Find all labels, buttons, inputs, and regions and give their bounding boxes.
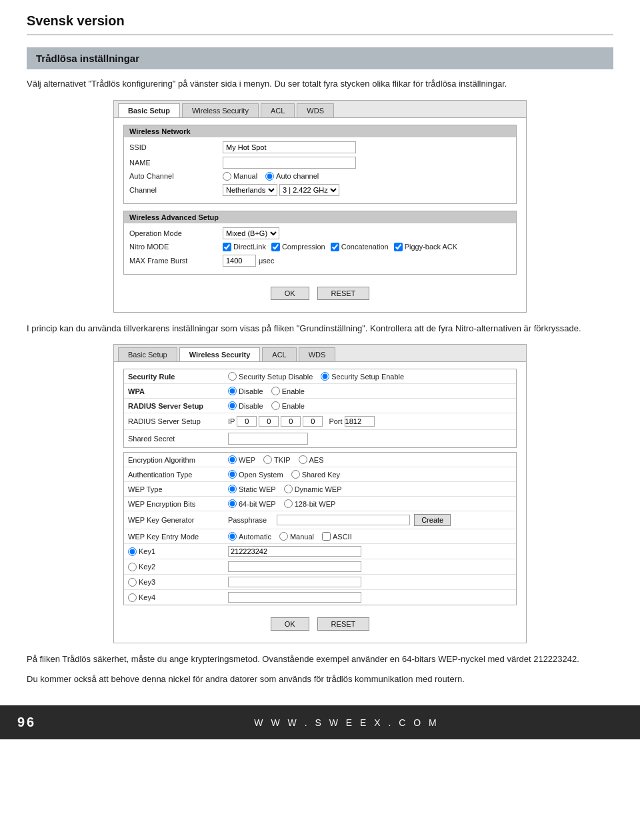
radius-enable-radio[interactable]: Enable — [271, 401, 305, 410]
automatic-radio[interactable]: Automatic — [228, 532, 271, 541]
auth-type-row: Authentication Type Open System Shared K… — [124, 467, 516, 482]
128bit-radio[interactable]: 128-bit WEP — [284, 499, 336, 508]
router2-ok-btn[interactable]: OK — [271, 617, 309, 631]
key1-row: Key1 — [124, 544, 516, 559]
radius-options: Disable Enable — [228, 401, 305, 410]
name-input[interactable] — [223, 157, 356, 169]
dynamic-wep-radio[interactable]: Dynamic WEP — [284, 485, 342, 493]
key2-input[interactable] — [228, 561, 361, 572]
manual-radio[interactable]: Manual — [223, 172, 257, 181]
key2-row: Key2 — [124, 559, 516, 575]
wireless-network-content: SSID NAME Auto Channel Manual Auto chann… — [124, 137, 516, 203]
wep-type-row: WEP Type Static WEP Dynamic WEP — [124, 482, 516, 497]
channel-country-select[interactable]: Netherlands — [223, 184, 277, 196]
nitro-options: DirectLink Compression Concatenation Pig… — [223, 243, 457, 251]
entry-mode-options: Automatic Manual ASCII — [228, 532, 352, 541]
concatenation-check[interactable]: Concatenation — [331, 243, 389, 251]
security-rule-options: Security Setup Disable Security Setup En… — [228, 372, 404, 381]
max-frame-burst-input[interactable] — [223, 255, 256, 267]
create-btn[interactable]: Create — [414, 514, 451, 526]
tab-wireless-security[interactable]: Wireless Security — [182, 103, 259, 117]
wireless-network-header: Wireless Network — [124, 125, 516, 137]
static-wep-radio[interactable]: Static WEP — [228, 485, 276, 493]
compression-check[interactable]: Compression — [271, 243, 325, 251]
name-label: NAME — [129, 159, 223, 167]
key4-label[interactable]: Key4 — [128, 593, 228, 602]
key3-input[interactable] — [228, 577, 361, 587]
wep-bits-label: WEP Encryption Bits — [128, 500, 228, 508]
ip-input-3[interactable] — [281, 416, 301, 427]
page-title: Svensk version — [27, 13, 613, 35]
passphrase-input[interactable] — [277, 515, 410, 525]
auto-channel-radio[interactable]: Auto channel — [265, 172, 319, 181]
directlink-check[interactable]: DirectLink — [223, 243, 266, 251]
ip-group: IP Port — [228, 416, 375, 427]
radius-ip-label: RADIUS Server Setup — [128, 417, 228, 425]
port-input[interactable] — [345, 416, 375, 427]
sec-enable-radio[interactable]: Security Setup Enable — [321, 372, 404, 381]
key1-input[interactable] — [228, 546, 361, 557]
piggyback-check[interactable]: Piggy-back ACK — [394, 243, 457, 251]
ascii-check[interactable]: ASCII — [322, 532, 352, 541]
tab2-wireless-security[interactable]: Wireless Security — [179, 347, 261, 361]
key4-input[interactable] — [228, 592, 361, 603]
wireless-advanced-header: Wireless Advanced Setup — [124, 211, 516, 223]
ssid-label: SSID — [129, 143, 223, 151]
ip-input-4[interactable] — [303, 416, 323, 427]
radius-disable-radio[interactable]: Disable — [228, 401, 263, 410]
ssid-input[interactable] — [223, 141, 356, 153]
page-number: 96 — [0, 715, 53, 730]
max-frame-burst-row: MAX Frame Burst μsec — [129, 255, 511, 267]
ip-input-2[interactable] — [259, 416, 279, 427]
manual-entry-radio[interactable]: Manual — [279, 532, 314, 541]
tab-basic-setup[interactable]: Basic Setup — [118, 103, 180, 117]
aes-radio[interactable]: AES — [299, 455, 324, 464]
tab2-wds[interactable]: WDS — [299, 347, 336, 361]
operation-mode-row: Operation Mode Mixed (B+G) — [129, 227, 511, 239]
passphrase-row: Passphrase Create — [228, 514, 451, 526]
tab-acl[interactable]: ACL — [261, 103, 295, 117]
tkip-radio[interactable]: TKIP — [263, 455, 290, 464]
operation-mode-select[interactable]: Mixed (B+G) — [223, 227, 279, 239]
key1-label[interactable]: Key1 — [128, 547, 228, 556]
security-rule-row: Security Rule Security Setup Disable Sec… — [124, 369, 516, 384]
wpa-label: WPA — [128, 387, 228, 395]
key3-row: Key3 — [124, 575, 516, 590]
router1-ok-btn[interactable]: OK — [271, 287, 309, 300]
router2-reset-btn[interactable]: RESET — [317, 617, 370, 631]
max-frame-burst-unit: μsec — [259, 257, 274, 265]
radius-ip-row: RADIUS Server Setup IP Port — [124, 413, 516, 430]
key2-label[interactable]: Key2 — [128, 563, 228, 571]
enc-algorithm-row: Encryption Algorithm WEP TKIP AES — [124, 453, 516, 467]
wpa-disable-radio[interactable]: Disable — [228, 387, 263, 395]
channel-freq-select[interactable]: 3 | 2.422 GHz — [279, 184, 339, 196]
tab-wds[interactable]: WDS — [297, 103, 334, 117]
name-row: NAME — [129, 157, 511, 169]
wep-radio[interactable]: WEP — [228, 455, 255, 464]
sec-disable-radio[interactable]: Security Setup Disable — [228, 372, 313, 381]
auto-channel-options: Manual Auto channel — [223, 172, 319, 181]
wep-entry-mode-row: WEP Key Entry Mode Automatic Manual ASCI… — [124, 529, 516, 544]
wep-bits-row: WEP Encryption Bits 64-bit WEP 128-bit W… — [124, 497, 516, 511]
shared-secret-input[interactable] — [228, 433, 308, 445]
open-system-radio[interactable]: Open System — [228, 470, 283, 479]
ip-input-1[interactable] — [237, 416, 257, 427]
wpa-enable-radio[interactable]: Enable — [271, 387, 305, 395]
shared-key-radio[interactable]: Shared Key — [291, 470, 340, 479]
radius-header-row: RADIUS Server Setup Disable Enable — [124, 399, 516, 413]
security-section: Security Rule Security Setup Disable Sec… — [123, 369, 517, 448]
footer-bar: 96 W W W . S W E E X . C O M — [0, 705, 640, 739]
security-rule-label: Security Rule — [128, 373, 228, 381]
router1-reset-btn[interactable]: RESET — [317, 287, 370, 300]
tab2-basic-setup[interactable]: Basic Setup — [118, 347, 177, 361]
passphrase-label: Passphrase — [228, 516, 267, 524]
enc-algorithm-label: Encryption Algorithm — [128, 456, 228, 464]
tab2-acl[interactable]: ACL — [262, 347, 296, 361]
key3-label[interactable]: Key3 — [128, 578, 228, 587]
max-frame-burst-label: MAX Frame Burst — [129, 257, 223, 265]
router1-btn-row: OK RESET — [123, 281, 517, 305]
ssid-row: SSID — [129, 141, 511, 153]
wireless-advanced-box: Wireless Advanced Setup Operation Mode M… — [123, 211, 517, 275]
auto-channel-row: Auto Channel Manual Auto channel — [129, 172, 511, 181]
64bit-radio[interactable]: 64-bit WEP — [228, 499, 276, 508]
